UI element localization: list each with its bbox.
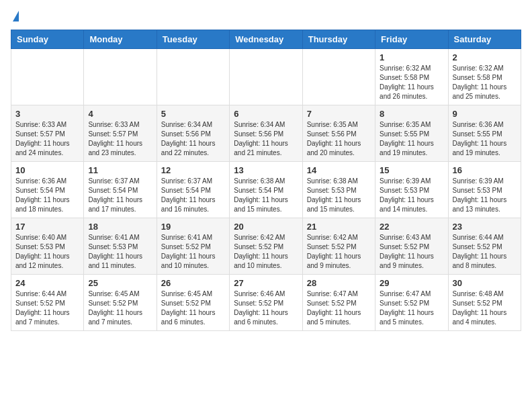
day-info: Sunrise: 6:37 AM Sunset: 5:54 PM Dayligh…	[88, 177, 152, 214]
day-number: 15	[380, 165, 443, 175]
calendar-day-cell: 27Sunrise: 6:46 AM Sunset: 5:52 PM Dayli…	[230, 275, 302, 331]
day-number: 9	[453, 109, 517, 119]
calendar-day-cell: 21Sunrise: 6:42 AM Sunset: 5:52 PM Dayli…	[302, 218, 375, 275]
calendar-day-cell: 20Sunrise: 6:42 AM Sunset: 5:52 PM Dayli…	[230, 218, 302, 275]
day-info: Sunrise: 6:33 AM Sunset: 5:57 PM Dayligh…	[15, 120, 79, 158]
day-info: Sunrise: 6:47 AM Sunset: 5:52 PM Dayligh…	[380, 289, 443, 327]
calendar-day-cell: 23Sunrise: 6:44 AM Sunset: 5:52 PM Dayli…	[448, 218, 521, 275]
day-of-week-header: Friday	[375, 30, 448, 49]
day-number: 21	[307, 222, 371, 232]
day-number: 7	[307, 109, 371, 119]
day-number: 2	[453, 52, 517, 62]
day-number: 17	[15, 222, 79, 232]
day-info: Sunrise: 6:34 AM Sunset: 5:56 PM Dayligh…	[234, 120, 298, 158]
logo	[11, 11, 19, 21]
calendar-day-cell: 4Sunrise: 6:33 AM Sunset: 5:57 PM Daylig…	[84, 105, 157, 162]
calendar-day-cell	[11, 49, 84, 105]
calendar-day-cell	[302, 49, 375, 105]
day-number: 24	[15, 278, 79, 288]
day-number: 10	[15, 165, 79, 175]
day-info: Sunrise: 6:35 AM Sunset: 5:56 PM Dayligh…	[307, 120, 371, 158]
calendar-day-cell: 5Sunrise: 6:34 AM Sunset: 5:56 PM Daylig…	[157, 105, 229, 162]
calendar-day-cell: 7Sunrise: 6:35 AM Sunset: 5:56 PM Daylig…	[302, 105, 375, 162]
day-number: 22	[380, 222, 443, 232]
calendar-day-cell	[84, 49, 157, 105]
calendar-day-cell	[230, 49, 302, 105]
day-number: 18	[88, 222, 152, 232]
calendar-day-cell: 29Sunrise: 6:47 AM Sunset: 5:52 PM Dayli…	[375, 275, 448, 331]
calendar-day-cell: 22Sunrise: 6:43 AM Sunset: 5:52 PM Dayli…	[375, 218, 448, 275]
day-number: 26	[161, 278, 225, 288]
day-number: 5	[161, 109, 225, 119]
calendar-day-cell: 19Sunrise: 6:41 AM Sunset: 5:52 PM Dayli…	[157, 218, 229, 275]
day-info: Sunrise: 6:39 AM Sunset: 5:53 PM Dayligh…	[380, 177, 443, 214]
calendar-day-cell: 14Sunrise: 6:38 AM Sunset: 5:53 PM Dayli…	[302, 162, 375, 218]
day-info: Sunrise: 6:46 AM Sunset: 5:52 PM Dayligh…	[234, 289, 298, 327]
calendar-day-cell: 26Sunrise: 6:45 AM Sunset: 5:52 PM Dayli…	[157, 275, 229, 331]
calendar-week-row: 3Sunrise: 6:33 AM Sunset: 5:57 PM Daylig…	[11, 105, 521, 162]
calendar-day-cell: 8Sunrise: 6:35 AM Sunset: 5:55 PM Daylig…	[375, 105, 448, 162]
calendar-day-cell: 11Sunrise: 6:37 AM Sunset: 5:54 PM Dayli…	[84, 162, 157, 218]
calendar-day-cell: 12Sunrise: 6:37 AM Sunset: 5:54 PM Dayli…	[157, 162, 229, 218]
calendar-week-row: 17Sunrise: 6:40 AM Sunset: 5:53 PM Dayli…	[11, 218, 521, 275]
day-of-week-header: Monday	[84, 30, 157, 49]
calendar-day-cell: 18Sunrise: 6:41 AM Sunset: 5:53 PM Dayli…	[84, 218, 157, 275]
calendar-week-row: 24Sunrise: 6:44 AM Sunset: 5:52 PM Dayli…	[11, 275, 521, 331]
day-info: Sunrise: 6:41 AM Sunset: 5:53 PM Dayligh…	[88, 233, 152, 271]
calendar-day-cell: 30Sunrise: 6:48 AM Sunset: 5:52 PM Dayli…	[448, 275, 521, 331]
page-header	[11, 11, 521, 21]
day-info: Sunrise: 6:45 AM Sunset: 5:52 PM Dayligh…	[88, 289, 152, 327]
day-info: Sunrise: 6:38 AM Sunset: 5:53 PM Dayligh…	[307, 177, 371, 214]
day-info: Sunrise: 6:40 AM Sunset: 5:53 PM Dayligh…	[15, 233, 79, 271]
day-info: Sunrise: 6:36 AM Sunset: 5:54 PM Dayligh…	[15, 177, 79, 214]
day-info: Sunrise: 6:45 AM Sunset: 5:52 PM Dayligh…	[161, 289, 225, 327]
calendar-table: SundayMondayTuesdayWednesdayThursdayFrid…	[11, 30, 521, 331]
logo-triangle-icon	[13, 11, 19, 21]
calendar-day-cell: 25Sunrise: 6:45 AM Sunset: 5:52 PM Dayli…	[84, 275, 157, 331]
day-of-week-header: Sunday	[11, 30, 84, 49]
calendar-day-cell: 6Sunrise: 6:34 AM Sunset: 5:56 PM Daylig…	[230, 105, 302, 162]
day-number: 3	[15, 109, 79, 119]
calendar-day-cell: 17Sunrise: 6:40 AM Sunset: 5:53 PM Dayli…	[11, 218, 84, 275]
calendar-day-cell: 3Sunrise: 6:33 AM Sunset: 5:57 PM Daylig…	[11, 105, 84, 162]
calendar-header-row: SundayMondayTuesdayWednesdayThursdayFrid…	[11, 30, 521, 49]
day-of-week-header: Thursday	[302, 30, 375, 49]
day-number: 25	[88, 278, 152, 288]
day-number: 14	[307, 165, 371, 175]
day-info: Sunrise: 6:32 AM Sunset: 5:58 PM Dayligh…	[380, 64, 443, 101]
day-info: Sunrise: 6:41 AM Sunset: 5:52 PM Dayligh…	[161, 233, 225, 271]
day-number: 29	[380, 278, 443, 288]
calendar-day-cell: 15Sunrise: 6:39 AM Sunset: 5:53 PM Dayli…	[375, 162, 448, 218]
day-info: Sunrise: 6:44 AM Sunset: 5:52 PM Dayligh…	[453, 233, 517, 271]
day-number: 8	[380, 109, 443, 119]
day-info: Sunrise: 6:39 AM Sunset: 5:53 PM Dayligh…	[453, 177, 517, 214]
day-info: Sunrise: 6:42 AM Sunset: 5:52 PM Dayligh…	[234, 233, 298, 271]
day-number: 13	[234, 165, 298, 175]
day-info: Sunrise: 6:48 AM Sunset: 5:52 PM Dayligh…	[453, 289, 517, 327]
day-of-week-header: Wednesday	[230, 30, 302, 49]
day-number: 12	[161, 165, 225, 175]
day-info: Sunrise: 6:33 AM Sunset: 5:57 PM Dayligh…	[88, 120, 152, 158]
calendar-week-row: 1Sunrise: 6:32 AM Sunset: 5:58 PM Daylig…	[11, 49, 521, 105]
calendar-day-cell	[157, 49, 229, 105]
day-info: Sunrise: 6:44 AM Sunset: 5:52 PM Dayligh…	[15, 289, 79, 327]
calendar-day-cell: 13Sunrise: 6:38 AM Sunset: 5:54 PM Dayli…	[230, 162, 302, 218]
day-info: Sunrise: 6:42 AM Sunset: 5:52 PM Dayligh…	[307, 233, 371, 271]
day-number: 19	[161, 222, 225, 232]
day-number: 11	[88, 165, 152, 175]
calendar-day-cell: 9Sunrise: 6:36 AM Sunset: 5:55 PM Daylig…	[448, 105, 521, 162]
day-info: Sunrise: 6:36 AM Sunset: 5:55 PM Dayligh…	[453, 120, 517, 158]
day-number: 28	[307, 278, 371, 288]
day-number: 30	[453, 278, 517, 288]
day-number: 27	[234, 278, 298, 288]
day-number: 4	[88, 109, 152, 119]
calendar-day-cell: 24Sunrise: 6:44 AM Sunset: 5:52 PM Dayli…	[11, 275, 84, 331]
day-of-week-header: Tuesday	[157, 30, 229, 49]
day-number: 1	[380, 52, 443, 62]
day-info: Sunrise: 6:35 AM Sunset: 5:55 PM Dayligh…	[380, 120, 443, 158]
day-number: 16	[453, 165, 517, 175]
calendar-day-cell: 28Sunrise: 6:47 AM Sunset: 5:52 PM Dayli…	[302, 275, 375, 331]
calendar-week-row: 10Sunrise: 6:36 AM Sunset: 5:54 PM Dayli…	[11, 162, 521, 218]
day-info: Sunrise: 6:47 AM Sunset: 5:52 PM Dayligh…	[307, 289, 371, 327]
day-info: Sunrise: 6:32 AM Sunset: 5:58 PM Dayligh…	[453, 64, 517, 101]
